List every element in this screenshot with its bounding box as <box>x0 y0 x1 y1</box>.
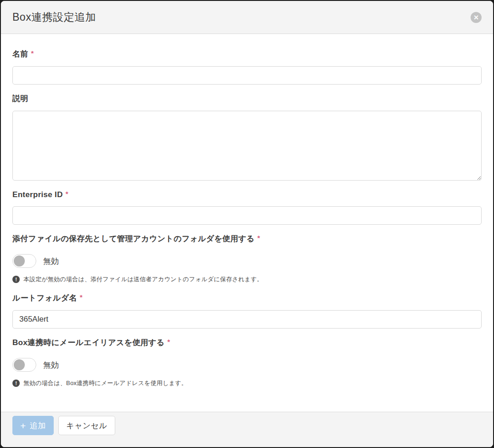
root-folder-label: ルートフォルダ名* <box>12 293 482 303</box>
use-mail-alias-note: ! 無効の場合は、Box連携時にメールアドレスを使用します。 <box>12 379 482 387</box>
use-admin-folder-toggle-row: 無効 <box>12 254 482 268</box>
enterprise-id-input[interactable] <box>12 206 482 225</box>
use-mail-alias-label: Box連携時にメールエイリアスを使用する* <box>12 337 482 348</box>
close-button[interactable]: ✕ <box>471 12 482 23</box>
dialog-header: Box連携設定追加 ✕ <box>1 1 493 34</box>
use-admin-folder-label: 添付ファイルの保存先として管理アカウントのフォルダを使用する* <box>12 233 482 244</box>
dialog-footer: + 追加 キャンセル <box>1 412 493 447</box>
use-admin-folder-note: ! 本設定が無効の場合は、添付ファイルは送信者アカウントのフォルダに保存されます… <box>12 275 482 284</box>
root-folder-input[interactable] <box>12 310 482 329</box>
required-asterisk: * <box>80 293 83 301</box>
dialog-body: 名前* 説明 Enterprise ID* 添付ファイルの保存先として管理アカウ… <box>1 34 493 412</box>
toggle-knob-icon <box>14 359 25 370</box>
use-mail-alias-toggle-state: 無効 <box>43 360 59 370</box>
cancel-button-label: キャンセル <box>66 420 107 431</box>
enterprise-id-label: Enterprise ID* <box>12 190 482 199</box>
add-button[interactable]: + 追加 <box>12 416 54 435</box>
dialog-title: Box連携設定追加 <box>12 10 96 24</box>
exclamation-circle-icon: ! <box>12 380 20 387</box>
exclamation-circle-icon: ! <box>12 276 20 283</box>
description-textarea[interactable] <box>12 111 482 181</box>
name-label: 名前* <box>12 49 482 59</box>
required-asterisk: * <box>257 234 260 242</box>
close-icon: ✕ <box>473 12 479 23</box>
toggle-knob-icon <box>14 255 25 267</box>
use-mail-alias-toggle[interactable] <box>12 358 36 372</box>
use-mail-alias-toggle-row: 無効 <box>12 358 482 372</box>
use-admin-folder-note-text: 本設定が無効の場合は、添付ファイルは送信者アカウントのフォルダに保存されます。 <box>23 275 263 284</box>
add-button-label: 追加 <box>30 420 46 431</box>
use-mail-alias-note-text: 無効の場合は、Box連携時にメールアドレスを使用します。 <box>23 379 187 387</box>
description-label: 説明 <box>12 93 482 104</box>
box-integration-add-dialog: Box連携設定追加 ✕ 名前* 説明 Enterprise ID* 添付ファイル… <box>1 1 493 447</box>
required-asterisk: * <box>168 338 170 346</box>
cancel-button[interactable]: キャンセル <box>58 416 115 435</box>
required-asterisk: * <box>31 49 34 57</box>
use-admin-folder-toggle-state: 無効 <box>43 256 59 267</box>
plus-icon: + <box>20 421 26 431</box>
name-input[interactable] <box>12 66 482 85</box>
use-admin-folder-toggle[interactable] <box>12 254 36 268</box>
required-asterisk: * <box>66 190 68 198</box>
